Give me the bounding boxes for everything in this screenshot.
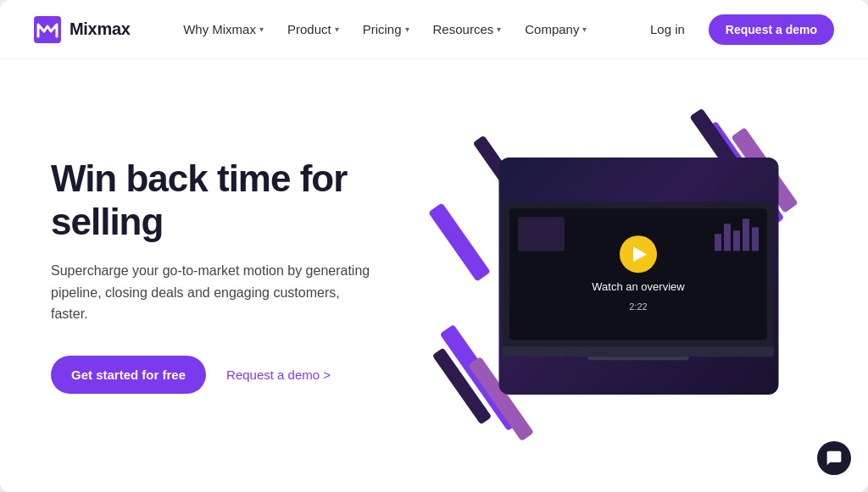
request-demo-link[interactable]: Request a demo > xyxy=(226,368,331,382)
chat-icon xyxy=(826,450,843,467)
laptop-screen: Watch an overview 2:22 xyxy=(503,202,774,346)
hero-right: Watch an overview 2:22 xyxy=(415,59,834,492)
laptop-container: Watch an overview 2:22 xyxy=(503,202,774,357)
bar-3 xyxy=(733,230,740,251)
browser-frame: Mixmax Why Mixmax ▾ Product ▾ Pricing ▾ … xyxy=(0,0,868,492)
screen-chart-right xyxy=(715,217,759,251)
chevron-down-icon: ▾ xyxy=(497,25,501,34)
nav-item-resources[interactable]: Resources ▾ xyxy=(423,15,512,43)
screen-chart-left xyxy=(518,217,565,251)
bar-5 xyxy=(752,227,759,251)
nav-item-company[interactable]: Company ▾ xyxy=(515,15,597,43)
play-triangle-icon xyxy=(633,246,647,262)
chevron-down-icon: ▾ xyxy=(405,25,409,34)
nav-item-why-mixmax[interactable]: Why Mixmax ▾ xyxy=(173,15,274,43)
laptop-base xyxy=(503,346,774,357)
chat-bubble-button[interactable] xyxy=(817,441,851,475)
navbar: Mixmax Why Mixmax ▾ Product ▾ Pricing ▾ … xyxy=(0,0,868,59)
hero-subheadline: Supercharge your go-to-market motion by … xyxy=(51,260,373,325)
nav-links: Why Mixmax ▾ Product ▾ Pricing ▾ Resourc… xyxy=(173,15,597,43)
nav-item-pricing[interactable]: Pricing ▾ xyxy=(353,15,420,43)
chevron-down-icon: ▾ xyxy=(259,25,264,34)
play-button[interactable] xyxy=(620,235,657,273)
bar-2 xyxy=(724,224,731,251)
chevron-down-icon: ▾ xyxy=(582,25,587,34)
nav-item-product[interactable]: Product ▾ xyxy=(277,15,349,43)
strip-7 xyxy=(428,202,491,281)
watch-duration: 2:22 xyxy=(629,301,647,312)
bar-4 xyxy=(743,218,749,251)
brand-name: Mixmax xyxy=(70,19,131,39)
login-button[interactable]: Log in xyxy=(640,15,695,43)
play-button-wrap[interactable]: Watch an overview 2:22 xyxy=(592,235,684,312)
get-started-button[interactable]: Get started for free xyxy=(51,356,206,394)
hero-headline: Win back time for selling xyxy=(51,158,415,243)
main-content: Win back time for selling Supercharge yo… xyxy=(0,59,868,492)
screen-inner: Watch an overview 2:22 xyxy=(509,208,767,340)
chevron-down-icon: ▾ xyxy=(335,25,339,34)
bar-1 xyxy=(715,234,721,251)
request-demo-button[interactable]: Request a demo xyxy=(709,14,834,45)
watch-label: Watch an overview xyxy=(592,279,684,295)
logo-area[interactable]: Mixmax xyxy=(34,16,131,43)
brand-logo-icon xyxy=(34,16,61,43)
cta-row: Get started for free Request a demo > xyxy=(51,356,415,394)
hero-left: Win back time for selling Supercharge yo… xyxy=(51,158,415,394)
nav-actions: Log in Request a demo xyxy=(640,14,834,45)
